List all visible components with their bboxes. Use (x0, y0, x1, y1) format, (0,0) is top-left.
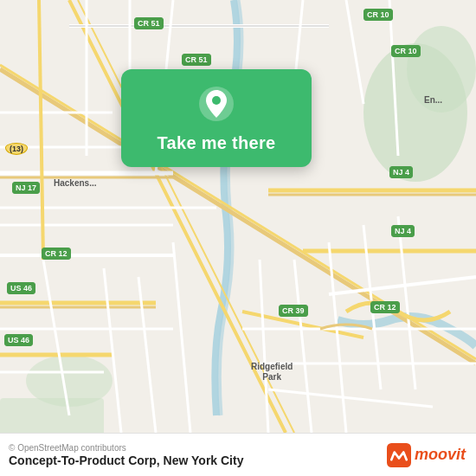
road-badge-cr12-right: CR 12 (370, 301, 400, 313)
label-engl: En... (424, 95, 442, 105)
road-badge-cr10-top: CR 10 (363, 9, 393, 21)
label-ridgefield-park: RidgefieldPark (251, 362, 293, 383)
road-badge-nj17: NJ 17 (12, 182, 40, 194)
road-badge-us46-top: US 46 (7, 282, 35, 294)
bottom-bar: © OpenStreetMap contributors Concept-To-… (0, 433, 476, 476)
road-badge-nj4-top: NJ 4 (389, 166, 413, 178)
copyright-text: © OpenStreetMap contributors (9, 443, 243, 453)
road-badge-cr10-right: CR 10 (391, 45, 421, 57)
take-me-there-button[interactable]: Take me there (158, 132, 276, 155)
map-svg (0, 0, 476, 433)
road-badge-cr39: CR 39 (279, 305, 308, 317)
road-badge-nj4-bot: NJ 4 (391, 225, 415, 237)
road-badge-us46-bot: US 46 (4, 334, 33, 346)
moovit-brand-icon (387, 443, 411, 467)
location-pin-icon (197, 85, 235, 123)
location-title: Concept-To-Product Corp, New York City (9, 453, 243, 467)
bottom-left: © OpenStreetMap contributors Concept-To-… (9, 443, 243, 467)
road-badge-cr12-left: CR 12 (42, 248, 71, 260)
popup-card: Take me there (121, 69, 312, 167)
moovit-logo: moovit (387, 443, 466, 467)
svg-rect-7 (387, 443, 411, 467)
label-hackensack: Hackens... (54, 178, 96, 188)
svg-point-4 (26, 355, 113, 407)
moovit-text: moovit (415, 446, 466, 464)
road-badge-cr51-mid: CR 51 (182, 54, 211, 66)
svg-point-6 (212, 96, 221, 105)
map-container: CR 10 CR 51 CR 51 CR 10 (13) NJ 17 NJ 4 … (0, 0, 476, 433)
road-badge-cr51-left: CR 51 (134, 17, 164, 29)
